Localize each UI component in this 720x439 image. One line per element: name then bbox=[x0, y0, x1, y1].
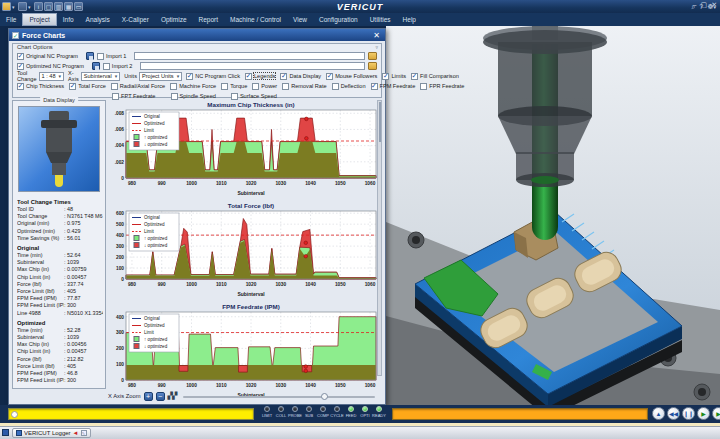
help-icon[interactable]: ? bbox=[699, 3, 703, 10]
menu-item-report[interactable]: Report bbox=[193, 13, 225, 26]
checkbox-surface-speed[interactable]: Surface Speed bbox=[231, 93, 277, 100]
checkbox-box[interactable] bbox=[371, 83, 378, 90]
checkbox-box[interactable] bbox=[221, 83, 228, 90]
save-icon[interactable] bbox=[92, 62, 100, 70]
optimization-progress-bar[interactable] bbox=[392, 408, 648, 420]
menu-item-project[interactable]: Project bbox=[22, 13, 56, 26]
checkbox-box[interactable] bbox=[231, 93, 238, 100]
dialog-title-bar[interactable]: ✓ Force Charts ✕ bbox=[9, 29, 385, 41]
checkbox-box[interactable] bbox=[69, 83, 76, 90]
menu-item-info[interactable]: Info bbox=[57, 13, 80, 26]
folder-browse-icon[interactable] bbox=[368, 52, 377, 60]
play-button[interactable]: ▶ bbox=[697, 407, 710, 420]
menu-item-configuration[interactable]: Configuration bbox=[313, 13, 364, 26]
folder-browse-icon[interactable] bbox=[368, 62, 377, 70]
save-project-icon[interactable] bbox=[18, 2, 27, 11]
checkbox-box[interactable] bbox=[186, 73, 193, 80]
step-button[interactable]: ▶ bbox=[712, 407, 720, 420]
menu-item-help[interactable]: Help bbox=[397, 13, 422, 26]
checkbox-box[interactable] bbox=[332, 83, 339, 90]
checkbox-box[interactable] bbox=[103, 63, 110, 70]
progress-handle[interactable] bbox=[11, 411, 18, 418]
open-caret-icon[interactable]: ▾ bbox=[12, 4, 17, 10]
checkbox-box[interactable] bbox=[280, 73, 287, 80]
menu-item-machine-control[interactable]: Machine / Control bbox=[224, 13, 287, 26]
menu-item-x-caliper[interactable]: X-Caliper bbox=[116, 13, 155, 26]
zoom-slider-handle[interactable] bbox=[321, 393, 328, 400]
checkbox-box[interactable] bbox=[282, 83, 289, 90]
save-icon[interactable] bbox=[86, 52, 94, 60]
checkbox-machine-force[interactable]: Machine Force bbox=[170, 83, 216, 90]
checkbox-original-nc-program[interactable]: Original NC Program bbox=[17, 53, 78, 60]
nc-program-progress-bar[interactable] bbox=[8, 408, 254, 420]
checkbox-fpr-feedrate[interactable]: FPR Feedrate bbox=[420, 83, 464, 90]
menu-item-file[interactable]: File bbox=[0, 13, 22, 26]
layout-grid-icon[interactable]: ▦ bbox=[64, 2, 73, 11]
logger-clear-icon[interactable]: ✎ bbox=[81, 430, 87, 436]
checkbox-radial-axial-force[interactable]: Radial/Axial Force bbox=[111, 83, 165, 90]
checkbox-box[interactable] bbox=[17, 53, 24, 60]
checkbox-box[interactable] bbox=[17, 63, 24, 70]
checkbox-box[interactable] bbox=[326, 73, 333, 80]
checkbox-torque[interactable]: Torque bbox=[221, 83, 247, 90]
tool-change-select[interactable]: 1 : 48▾ bbox=[39, 72, 65, 81]
checkbox-deflection[interactable]: Deflection bbox=[332, 83, 366, 90]
checkbox-nc-program-click[interactable]: NC Program Click bbox=[186, 73, 240, 80]
pause-button[interactable]: ❙❙ bbox=[682, 407, 695, 420]
zoom-fit-icon[interactable]: ▞▞ bbox=[168, 392, 177, 400]
chart-fpm-feedrate-ipm-[interactable]: 0100200300400980990100010101020103010401… bbox=[108, 302, 380, 403]
eject-button[interactable]: ▲ bbox=[652, 407, 665, 420]
zoom-in-button[interactable]: + bbox=[144, 392, 153, 401]
checkbox-box[interactable] bbox=[382, 73, 389, 80]
checkbox-limits[interactable]: Limits bbox=[382, 73, 406, 80]
checkbox-box[interactable] bbox=[97, 53, 104, 60]
checkbox-data-display[interactable]: Data Display bbox=[280, 73, 321, 80]
checkbox-box[interactable] bbox=[171, 93, 178, 100]
checkbox-box[interactable] bbox=[411, 73, 418, 80]
vericut-logger-button[interactable]: VERICUT Logger ◄ ✎ bbox=[12, 428, 91, 438]
zoom-slider[interactable] bbox=[183, 392, 375, 401]
checkbox-fill-comparison[interactable]: Fill Comparison bbox=[411, 73, 459, 80]
charts-scrollbar[interactable] bbox=[377, 100, 382, 376]
units-select[interactable]: Project Units▾ bbox=[139, 72, 182, 81]
chart-total-force-lbf-[interactable]: 0100200300400500600980990100010101020103… bbox=[108, 201, 380, 302]
checkbox-box[interactable] bbox=[17, 83, 24, 90]
settings-icon[interactable]: ☸▾ bbox=[707, 3, 716, 11]
rewind-button[interactable]: ◀◀ bbox=[667, 407, 680, 420]
checkbox-total-force[interactable]: Total Force bbox=[69, 83, 106, 90]
checkbox-fpm-feedrate[interactable]: FPM Feedrate bbox=[371, 83, 416, 90]
open-project-icon[interactable] bbox=[2, 2, 11, 11]
collapse-panel-icon[interactable]: ▿ bbox=[375, 44, 378, 50]
checkbox-box[interactable] bbox=[252, 83, 259, 90]
checkbox-spindle-speed[interactable]: Spindle Speed bbox=[171, 93, 216, 100]
checkbox-import-1[interactable]: Import 1 bbox=[97, 53, 127, 60]
chart-maximum-chip-thickness-in-[interactable]: 0.002.004.006.00898099010001010102010301… bbox=[108, 100, 380, 201]
info-icon[interactable]: i bbox=[34, 2, 43, 11]
menu-item-analysis[interactable]: Analysis bbox=[80, 13, 116, 26]
search-icon[interactable]: ⌕ bbox=[691, 3, 695, 11]
checkbox-removal-rate[interactable]: Removal Rate bbox=[282, 83, 326, 90]
checkbox-box[interactable] bbox=[245, 73, 252, 80]
checkbox-fpt-feedrate[interactable]: FPT Feedrate bbox=[112, 93, 155, 100]
checkbox-legends[interactable]: Legends bbox=[245, 73, 275, 80]
checkbox-box[interactable] bbox=[111, 83, 118, 90]
save-caret-icon[interactable]: ▾ bbox=[28, 4, 33, 10]
checkbox-import-2[interactable]: Import 2 bbox=[103, 63, 133, 70]
checkbox-chip-thickness[interactable]: Chip Thickness bbox=[17, 83, 64, 90]
layout-split-icon[interactable]: ▥ bbox=[54, 2, 63, 11]
zoom-out-button[interactable]: − bbox=[156, 392, 165, 401]
menu-item-utilities[interactable]: Utilities bbox=[364, 13, 397, 26]
menu-item-optimize[interactable]: Optimize bbox=[155, 13, 193, 26]
checkbox-box[interactable] bbox=[170, 83, 177, 90]
checkbox-power[interactable]: Power bbox=[252, 83, 277, 90]
import-path-field[interactable] bbox=[140, 62, 365, 70]
import-path-field[interactable] bbox=[134, 52, 365, 60]
checkbox-box[interactable] bbox=[420, 83, 427, 90]
checkbox-box[interactable] bbox=[112, 93, 119, 100]
dialog-close-icon[interactable]: ✕ bbox=[371, 31, 382, 40]
checkbox-mouse-followers[interactable]: Mouse Followers bbox=[326, 73, 377, 80]
x-axis-select[interactable]: Subinterval▾ bbox=[81, 72, 121, 81]
checkbox-optimized-nc-program[interactable]: Optimized NC Program bbox=[17, 63, 84, 70]
monitor-icon[interactable]: ▭ bbox=[74, 2, 83, 11]
menu-item-view[interactable]: View bbox=[287, 13, 313, 26]
